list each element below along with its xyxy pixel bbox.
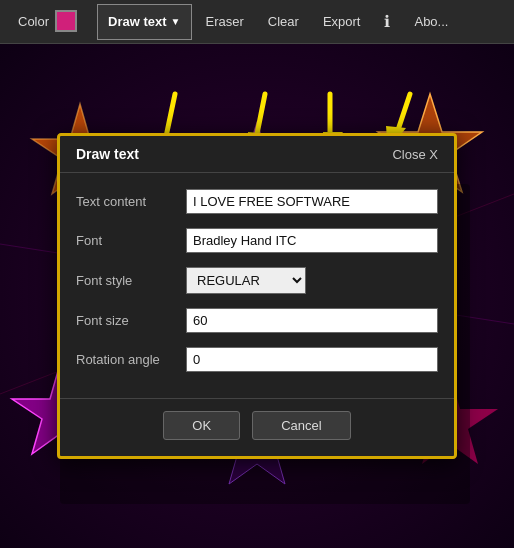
about-button[interactable]: Abo... [404,4,458,40]
info-icon[interactable]: ℹ [374,4,400,40]
color-label: Color [18,14,49,29]
clear-button[interactable]: Clear [258,4,309,40]
font-size-row: Font size [76,308,438,333]
export-button[interactable]: Export [313,4,371,40]
font-size-label: Font size [76,313,186,328]
color-swatch-pink [55,10,77,32]
rotation-input[interactable] [186,347,438,372]
about-label: Abo... [414,14,448,29]
font-style-select[interactable]: REGULAR BOLD ITALIC [186,267,306,294]
chevron-down-icon: ▼ [171,16,181,27]
text-content-row: Text content [76,189,438,214]
dialog-body: Text content Font Font style REGULAR BOL… [60,173,454,394]
font-style-row: Font style REGULAR BOLD ITALIC [76,267,438,294]
eraser-label: Eraser [206,14,244,29]
font-label: Font [76,233,186,248]
text-content-label: Text content [76,194,186,209]
color-picker-button[interactable]: Color [8,4,93,40]
rotation-label: Rotation angle [76,352,186,367]
toolbar: Color Draw text ▼ Eraser Clear Export ℹ … [0,0,514,44]
cancel-button[interactable]: Cancel [252,411,350,440]
dialog-title: Draw text [76,146,139,162]
dialog-overlay: Draw text Close X Text content Font Font… [0,44,514,548]
font-input[interactable] [186,228,438,253]
dialog-footer: OK Cancel [60,398,454,456]
ok-button[interactable]: OK [163,411,240,440]
draw-text-label: Draw text [108,14,167,29]
eraser-button[interactable]: Eraser [196,4,254,40]
font-row: Font [76,228,438,253]
text-content-input[interactable] [186,189,438,214]
rotation-row: Rotation angle [76,347,438,372]
draw-text-button[interactable]: Draw text ▼ [97,4,191,40]
dialog-close-button[interactable]: Close X [392,147,438,162]
canvas-area: Draw text Close X Text content Font Font… [0,44,514,548]
font-style-label: Font style [76,273,186,288]
dialog-title-bar: Draw text Close X [60,136,454,173]
clear-label: Clear [268,14,299,29]
draw-text-dialog: Draw text Close X Text content Font Font… [57,133,457,459]
export-label: Export [323,14,361,29]
font-size-input[interactable] [186,308,438,333]
